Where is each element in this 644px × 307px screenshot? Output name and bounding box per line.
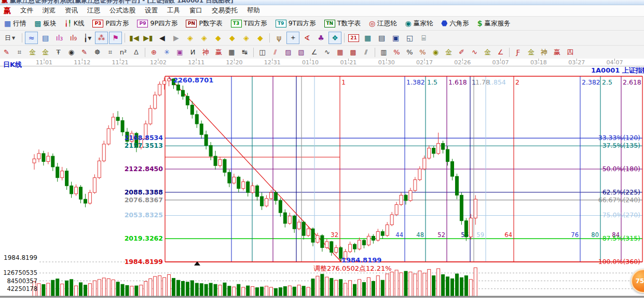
grid-123-icon[interactable]: ▦ [226,47,238,58]
target-red-icon[interactable]: ⊕ [148,47,160,58]
gold-circle-icon[interactable]: ◉ [430,47,442,58]
export-icon[interactable]: ◱ [403,32,416,44]
zigzag-icon[interactable]: ≈ [25,32,38,44]
angle-a-icon[interactable]: Δ [130,47,142,58]
toolbar-winner-service-button[interactable]: $赢家服务 [473,18,515,29]
hand-tool-icon[interactable]: ψ [272,32,285,44]
calculator-icon[interactable]: ▦ [361,32,374,44]
angle-lines-icon[interactable]: ∠ [308,47,320,58]
chart-3-icon[interactable]: ıl₃ [53,32,66,44]
menu-tools[interactable]: 工具 [162,6,185,15]
menu-window[interactable]: 窗口 [185,6,207,15]
grid-red2-icon[interactable]: ▩ [347,47,359,58]
crosshair-icon[interactable]: ＋ [286,32,299,44]
info-panel-icon[interactable]: ▤ [39,32,52,44]
toolbar-t-square-button[interactable]: T3T四方形 [227,18,271,29]
comb-scale-icon[interactable]: ⌗ [13,47,25,58]
candle [214,156,217,165]
angle-red-icon[interactable]: ∠ [495,47,506,58]
retrace-pct-icon[interactable]: % [391,47,403,58]
menu-trade[interactable]: 交易委托 [207,6,242,15]
toolbar-kline-button[interactable]: ╽╿K线 [60,18,88,29]
toolbar-sectors-button[interactable]: ▩板块 [30,18,60,29]
puzzle-icon[interactable]: ❖ [328,32,341,44]
percent-lines-icon[interactable]: % [417,47,429,58]
wave-red-icon[interactable]: ∿ [469,47,481,58]
comb2-icon[interactable]: ⌗ [104,47,116,58]
expand-horizontal-diamond-icon[interactable]: ◆ [212,32,225,44]
gold-angle-icon[interactable]: 金 [525,47,537,58]
gann-table-icon[interactable]: ▥ [378,47,390,58]
gold-line-icon[interactable]: 金 [482,47,494,58]
toolbar-hexagon-button[interactable]: 六角形 [437,18,473,29]
calendar-icon[interactable]: 21 [347,32,360,44]
box-plot-icon[interactable]: ◫ [256,47,268,58]
spiral-icon[interactable]: ◉ [65,47,77,58]
candle-style-icon[interactable]: ╽▾ [81,32,94,44]
compress-diamond-icon[interactable]: ◈ [240,32,253,44]
toolbar-p-square-button[interactable]: P3P四方形 [88,18,133,29]
menu-formula-stock-pick[interactable]: 公式选股 [105,6,140,15]
gann-shape-icon[interactable]: ♣ [314,32,327,44]
f-grid-icon[interactable]: Ŧ [52,47,64,58]
menu-file[interactable]: 文件 [16,6,38,15]
k-wave-icon[interactable]: И [187,47,199,58]
flag-pencil-icon[interactable]: ✐ [456,47,468,58]
toolbar-p-number-button[interactable]: PNP数字表 [182,18,226,29]
pencil-scale-icon[interactable]: ✎ [78,47,90,58]
f-angle-icon[interactable]: Ƒ [512,47,524,58]
prev-bar-icon[interactable]: ◀ [156,32,169,44]
chart-area[interactable]: 11-0111-1211-2112-0212-1112-2012-3101-10… [0,59,644,307]
skip-start-icon[interactable]: ▮◀ [128,32,141,44]
percent-icon[interactable]: % [404,47,416,58]
flag-filter-icon[interactable]: ⚑ [109,32,122,44]
zoom-left-diamond-icon[interactable]: ◈ [184,32,197,44]
period-selector[interactable]: 日▼ [1,32,19,44]
toolbar-winner-wheel-button[interactable]: ◉赢家轮 [401,18,437,29]
menu-news[interactable]: 资讯 [60,6,83,15]
ying-angle-icon[interactable]: 赢 [551,47,563,58]
expand-vertical-diamond-icon[interactable]: ◆ [226,32,239,44]
gold-box-icon[interactable]: 金 [26,47,38,58]
toolbar-9t-square-button[interactable]: T99T四方形 [271,18,320,29]
gold-lines-icon[interactable]: 金 [443,47,455,58]
four-angle-icon[interactable]: 四 [564,47,576,58]
fan-box-icon[interactable]: ▨ [282,47,294,58]
notes-icon[interactable]: ▤ [375,32,388,44]
ying-grid-icon[interactable]: 赢 [213,47,225,58]
skip-end-icon[interactable]: ▶▮ [142,32,155,44]
menu-browse[interactable]: 浏览 [38,6,60,15]
time-wheel-icon[interactable]: ☸ [91,47,103,58]
fan-box2-icon[interactable]: ▧ [295,47,307,58]
span-arrows-icon[interactable]: ↹ [239,47,251,58]
pattern-icon[interactable]: ⁂ [95,32,108,44]
menu-help[interactable]: 帮助 [242,6,265,15]
menu-gann[interactable]: 江恩 [83,6,105,15]
title-bar[interactable]: 赢赢家江恩证券分析系统[赢家江恩证券分析平台] - [上证指数 1A0001 日… [0,0,644,5]
save-icon[interactable]: ▣ [389,32,402,44]
volume-bar [335,280,338,297]
grid-red-icon[interactable]: ▦ [334,47,346,58]
fan-red-icon[interactable]: ⫽ [269,47,281,58]
expand-all-diamond-icon[interactable]: ◆ [254,32,267,44]
toolbar-quotes-button[interactable]: ▦行情 [0,18,30,29]
starburst-icon[interactable]: ✳ [161,47,173,58]
wave-check-icon[interactable]: ∿ [321,47,333,58]
box-star-icon[interactable]: ▣ [174,47,186,58]
n-square-icon[interactable]: n² [117,47,129,58]
print-icon[interactable]: ⌸ [417,32,430,44]
shen-angle-icon[interactable]: 神 [538,47,550,58]
pencil-red-icon[interactable]: ✎ [1,47,12,58]
next-bar-icon[interactable]: ▶ [170,32,183,44]
parallel-lines-icon[interactable]: ⫽ [360,47,372,58]
chart-9-icon[interactable]: ıl₉ [67,32,80,44]
angle-measure-icon[interactable]: ∢ [300,32,313,44]
zoom-right-diamond-icon[interactable]: ◈ [198,32,211,44]
shen-grid-icon[interactable]: 神 [200,47,212,58]
toolbar-gann-wheel-button[interactable]: ◎江恩轮 [365,18,401,29]
menu-settings[interactable]: 设置 [140,6,162,15]
toolbar-9p-square-button[interactable]: P99P四方形 [133,18,182,29]
toolbar-separator [269,33,270,43]
toolbar-t-number-button[interactable]: TNT数字表 [320,18,365,29]
gold-box2-icon[interactable]: 金 [39,47,51,58]
